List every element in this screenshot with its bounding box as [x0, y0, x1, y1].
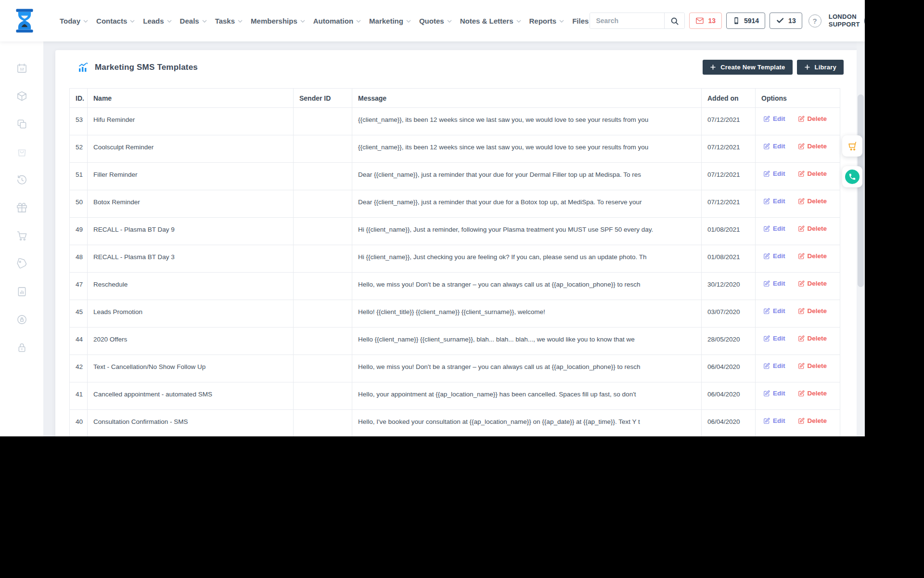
edit-pencil-icon [763, 335, 770, 342]
delete-button[interactable]: Delete [798, 225, 827, 232]
plus-icon [710, 64, 716, 70]
nav-leads[interactable]: Leads [142, 14, 172, 28]
template-sender-id [294, 190, 352, 218]
template-name: RECALL - Plasma BT Day 3 [88, 245, 294, 273]
nav-files[interactable]: Files [571, 14, 590, 28]
delete-button[interactable]: Delete [798, 170, 827, 177]
sidebar-item-tag[interactable] [0, 250, 43, 277]
template-added-on: 01/08/2021 [702, 218, 756, 245]
table-row: 40 Consultation Confirmation - SMS Hello… [70, 410, 840, 437]
create-new-template-button[interactable]: Create New Template [703, 60, 792, 75]
template-id: 51 [70, 163, 88, 190]
template-options: Edit Delete [756, 410, 840, 437]
sidebar-item-gift[interactable] [0, 194, 43, 222]
phone-float-button[interactable] [842, 166, 862, 187]
delete-button[interactable]: Delete [798, 252, 827, 260]
template-id: 49 [70, 218, 88, 245]
edit-button[interactable]: Edit [763, 197, 785, 205]
delete-button[interactable]: Delete [798, 390, 827, 397]
edit-button[interactable]: Edit [763, 307, 785, 315]
chevron-down-icon [516, 20, 521, 23]
nav-reports[interactable]: Reports [528, 14, 565, 28]
sidebar-item-cart[interactable] [0, 222, 43, 250]
nav-tasks[interactable]: Tasks [214, 14, 244, 28]
template-options: Edit Delete [756, 328, 840, 355]
gift-icon [16, 202, 27, 213]
edit-button[interactable]: Edit [763, 335, 785, 342]
nav-deals[interactable]: Deals [179, 14, 208, 28]
template-id: 48 [70, 245, 88, 273]
sidebar-item-shopping-bag[interactable] [0, 138, 43, 166]
phone-count: 5914 [744, 17, 759, 25]
topbar-right: 13 5914 13 ? LONDON SUPPORT [590, 12, 865, 30]
col-options: Options [756, 89, 840, 108]
template-added-on: 30/12/2020 [702, 273, 756, 300]
app-logo[interactable] [10, 6, 39, 36]
nav-contacts[interactable]: Contacts [95, 14, 136, 28]
nav-quotes[interactable]: Quotes [418, 14, 453, 28]
nav-automation[interactable]: Automation [312, 14, 362, 28]
avatar[interactable] [864, 12, 865, 30]
help-button[interactable]: ? [808, 14, 821, 27]
nav-notes-letters[interactable]: Notes & Letters [459, 14, 522, 28]
sidebar-item-package[interactable] [0, 82, 43, 110]
search-input[interactable] [590, 13, 664, 28]
edit-button[interactable]: Edit [763, 115, 785, 122]
delete-button[interactable]: Delete [798, 115, 827, 122]
table-row: 51 Filler Reminder Dear {{client_name}},… [70, 163, 840, 190]
edit-button[interactable]: Edit [763, 225, 785, 232]
user-name[interactable]: LONDON SUPPORT [829, 13, 860, 29]
copy-icon [16, 118, 27, 130]
search-button[interactable] [664, 13, 684, 28]
delete-button[interactable]: Delete [798, 335, 827, 342]
template-id: 42 [70, 355, 88, 382]
library-button[interactable]: Library [797, 60, 844, 75]
template-id: 45 [70, 300, 88, 328]
edit-pencil-icon [763, 280, 770, 287]
delete-pencil-icon [798, 225, 805, 232]
edit-button[interactable]: Edit [763, 280, 785, 287]
delete-button[interactable]: Delete [798, 143, 827, 150]
template-id: 44 [70, 328, 88, 355]
sidebar-item-report[interactable] [0, 277, 43, 305]
delete-button[interactable]: Delete [798, 280, 827, 287]
edit-pencil-icon [763, 171, 770, 177]
question-mark-icon: ? [813, 17, 817, 25]
col-added-on: Added on [702, 89, 756, 108]
sidebar-item-padlock[interactable] [0, 333, 43, 361]
edit-button[interactable]: Edit [763, 252, 785, 260]
nav-memberships[interactable]: Memberships [250, 14, 306, 28]
messages-badge[interactable]: 13 [689, 13, 722, 29]
edit-button[interactable]: Edit [763, 417, 785, 424]
edit-button[interactable]: Edit [763, 362, 785, 369]
scrollbar-thumb[interactable] [858, 94, 864, 287]
sidebar: 12 [0, 41, 43, 436]
phone-badge[interactable]: 5914 [726, 13, 765, 29]
sidebar-item-calendar[interactable]: 12 [0, 54, 43, 82]
delete-button[interactable]: Delete [798, 197, 827, 205]
templates-card: Marketing SMS Templates Create New Templ… [55, 50, 859, 436]
sidebar-item-lock-circle[interactable] [0, 305, 43, 333]
template-added-on: 07/12/2021 [702, 108, 756, 135]
sidebar-item-history[interactable] [0, 166, 43, 194]
template-id: 41 [70, 382, 88, 410]
padlock-icon [16, 342, 27, 353]
nav-marketing[interactable]: Marketing [368, 14, 412, 28]
col-name: Name [88, 89, 294, 108]
template-sender-id [294, 410, 352, 437]
delete-button[interactable]: Delete [798, 307, 827, 315]
delete-button[interactable]: Delete [798, 362, 827, 369]
plus-icon [804, 64, 810, 70]
edit-button[interactable]: Edit [763, 143, 785, 150]
cart-float-button[interactable] [842, 135, 862, 157]
tasks-badge[interactable]: 13 [770, 13, 802, 29]
edit-button[interactable]: Edit [763, 170, 785, 177]
nav-today[interactable]: Today [59, 14, 89, 28]
table-row: 49 RECALL - Plasma BT Day 9 Hi {{client_… [70, 218, 840, 245]
chevron-down-icon [559, 20, 564, 23]
sidebar-item-copy[interactable] [0, 110, 43, 138]
delete-button[interactable]: Delete [798, 417, 827, 424]
table-row: 47 Reschedule Hello, we miss you! Don't … [70, 273, 840, 300]
edit-button[interactable]: Edit [763, 390, 785, 397]
topbar: Today Contacts Leads Deals Tasks Members… [0, 0, 865, 41]
